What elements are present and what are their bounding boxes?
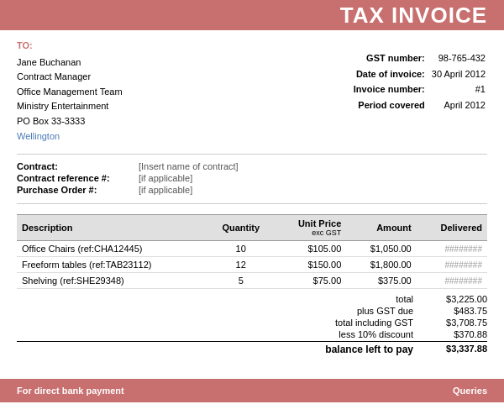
date-value: 30 April 2012 [430, 66, 487, 82]
invoice-content: TO: Jane Buchanan Contract Manager Offic… [0, 30, 504, 370]
date-label: Date of invoice: [352, 66, 430, 82]
po-label: Purchase Order #: [17, 185, 139, 195]
gst-label: GST number: [352, 50, 430, 66]
row-delivered: ######## [417, 241, 487, 257]
row-quantity: 12 [208, 257, 274, 273]
gst-value: 98-765-432 [430, 50, 487, 66]
gst-block: GST number: 98-765-432 Date of invoice: … [352, 39, 487, 144]
header-row: Description Quantity Unit Price exc GST … [17, 215, 487, 241]
balance-label: balance left to pay [277, 344, 420, 355]
period-value: April 2012 [430, 97, 487, 113]
items-table: Description Quantity Unit Price exc GST … [17, 214, 487, 289]
total-label: total [277, 294, 420, 304]
contract-section: Contract: [Insert name of contract] Cont… [17, 154, 487, 204]
total-value: $3,225.00 [420, 294, 487, 304]
contract-label: Contract: [17, 161, 139, 171]
row-quantity: 10 [208, 241, 274, 257]
recipient-name: Jane Buchanan [17, 55, 123, 71]
period-row: Period covered April 2012 [352, 97, 487, 113]
meta-table: GST number: 98-765-432 Date of invoice: … [352, 50, 487, 113]
recipient-role: Contract Manager [17, 70, 123, 85]
items-body: Office Chairs (ref:CHA12445) 10 $105.00 … [17, 241, 487, 289]
date-row: Date of invoice: 30 April 2012 [352, 66, 487, 82]
unit-price-main: Unit Price [279, 218, 342, 228]
row-quantity: 5 [208, 273, 274, 289]
row-unit-price: $150.00 [274, 257, 347, 273]
invoice-value: #1 [430, 81, 487, 97]
gst-due-value: $483.75 [420, 306, 487, 316]
recipient-city: Wellington [17, 129, 123, 144]
row-description: Shelving (ref:SHE29348) [17, 273, 208, 289]
discount-label: less 10% discount [277, 329, 420, 339]
totals-section: total $3,225.00 plus GST due $483.75 tot… [17, 294, 487, 355]
row-amount: $1,800.00 [346, 257, 416, 273]
balance-value: $3,337.88 [420, 344, 487, 355]
po-value: [if applicable] [139, 185, 192, 195]
balance-row: balance left to pay $3,337.88 [17, 341, 487, 355]
contract-ref-label: Contract reference #: [17, 173, 139, 183]
col-description: Description [17, 215, 208, 241]
top-section: TO: Jane Buchanan Contract Manager Offic… [17, 39, 487, 144]
discount-value: $370.88 [420, 329, 487, 339]
unit-price-sub: exc GST [279, 228, 342, 237]
total-row: total $3,225.00 [17, 294, 487, 304]
contract-ref-row: Contract reference #: [if applicable] [17, 173, 487, 183]
row-amount: $1,050.00 [346, 241, 416, 257]
po-row: Purchase Order #: [if applicable] [17, 185, 487, 195]
header-bar: TAX INVOICE [0, 0, 504, 30]
col-amount: Amount [346, 215, 416, 241]
period-label: Period covered [352, 97, 430, 113]
recipient-team: Office Management Team [17, 85, 123, 100]
to-label: TO: [17, 39, 123, 54]
col-delivered: Delivered [417, 215, 487, 241]
recipient-org: Ministry Entertainment [17, 99, 123, 114]
row-delivered: ######## [417, 257, 487, 273]
row-description: Freeform tables (ref:TAB23112) [17, 257, 208, 273]
invoice-page: TAX INVOICE TO: Jane Buchanan Contract M… [0, 0, 504, 420]
table-row: Shelving (ref:SHE29348) 5 $75.00 $375.00… [17, 273, 487, 289]
contract-row: Contract: [Insert name of contract] [17, 161, 487, 171]
row-amount: $375.00 [346, 273, 416, 289]
row-unit-price: $105.00 [274, 241, 347, 257]
contract-value: [Insert name of contract] [139, 161, 239, 171]
footer-right: Queries [453, 386, 487, 396]
footer-bar: For direct bank payment Queries [0, 379, 504, 402]
contract-ref-value: [if applicable] [139, 173, 192, 183]
row-delivered: ######## [417, 273, 487, 289]
col-quantity: Quantity [208, 215, 274, 241]
address-block: TO: Jane Buchanan Contract Manager Offic… [17, 39, 123, 144]
row-unit-price: $75.00 [274, 273, 347, 289]
invoice-row: Invoice number: #1 [352, 81, 487, 97]
gst-row: GST number: 98-765-432 [352, 50, 487, 66]
table-header: Description Quantity Unit Price exc GST … [17, 215, 487, 241]
recipient-po: PO Box 33-3333 [17, 114, 123, 129]
total-incl-row: total including GST $3,708.75 [17, 318, 487, 328]
gst-due-row: plus GST due $483.75 [17, 306, 487, 316]
row-description: Office Chairs (ref:CHA12445) [17, 241, 208, 257]
table-row: Freeform tables (ref:TAB23112) 12 $150.0… [17, 257, 487, 273]
total-incl-label: total including GST [277, 318, 420, 328]
total-incl-value: $3,708.75 [420, 318, 487, 328]
table-row: Office Chairs (ref:CHA12445) 10 $105.00 … [17, 241, 487, 257]
col-unit-price: Unit Price exc GST [274, 215, 347, 241]
invoice-title: TAX INVOICE [340, 3, 487, 29]
gst-due-label: plus GST due [277, 306, 420, 316]
invoice-label: Invoice number: [352, 81, 430, 97]
footer-left: For direct bank payment [17, 386, 124, 396]
discount-row: less 10% discount $370.88 [17, 329, 487, 339]
